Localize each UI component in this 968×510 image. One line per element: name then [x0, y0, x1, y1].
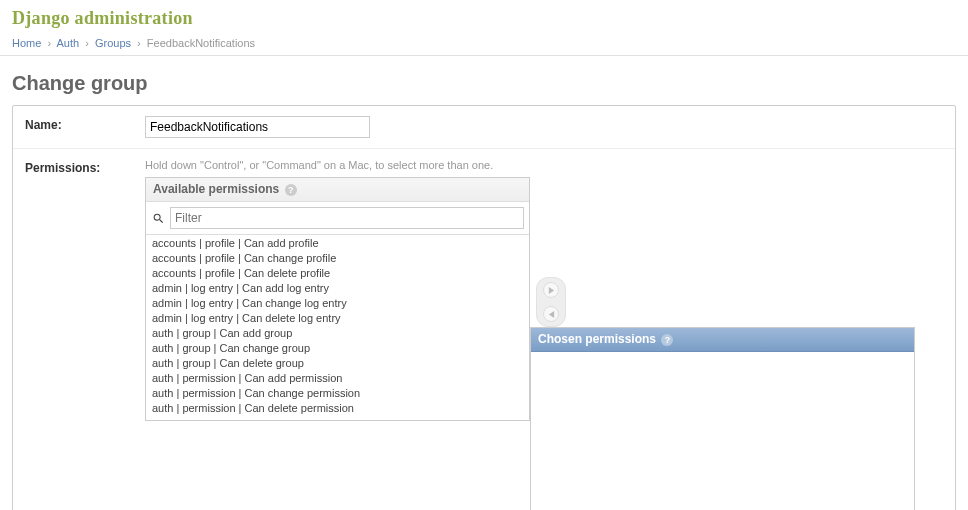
available-permissions-heading: Available permissions ?	[146, 178, 529, 202]
list-item[interactable]: auth | permission | Can delete permissio…	[146, 400, 529, 415]
search-icon	[151, 211, 165, 225]
list-item[interactable]: auth | group | Can delete group	[146, 355, 529, 370]
name-input[interactable]	[145, 116, 370, 138]
add-permission-button[interactable]	[543, 282, 559, 298]
change-form-module: Name: Permissions: Hold down "Control", …	[12, 105, 956, 510]
list-item[interactable]: accounts | profile | Can delete profile	[146, 265, 529, 280]
list-item[interactable]: auth | permission | Can change permissio…	[146, 385, 529, 400]
list-item[interactable]: auth | permission | Can add permission	[146, 370, 529, 385]
breadcrumb-groups[interactable]: Groups	[95, 37, 131, 49]
list-item[interactable]: auth | group | Can change group	[146, 340, 529, 355]
chosen-permissions-heading: Chosen permissions ?	[531, 328, 914, 352]
help-icon[interactable]: ?	[661, 334, 673, 346]
breadcrumb-current: FeedbackNotifications	[147, 37, 255, 49]
list-item[interactable]: admin | log entry | Can change log entry	[146, 295, 529, 310]
form-row-name: Name:	[13, 106, 955, 149]
site-title: Django administration	[12, 8, 956, 29]
help-icon[interactable]: ?	[285, 184, 297, 196]
permissions-label: Permissions:	[25, 159, 135, 175]
available-filter-input[interactable]	[170, 207, 524, 229]
list-item[interactable]: admin | log entry | Can add log entry	[146, 280, 529, 295]
list-item[interactable]: accounts | profile | Can add profile	[146, 235, 529, 250]
permissions-help-text: Hold down "Control", or "Command" on a M…	[145, 159, 943, 171]
permissions-selector: Available permissions ? accounts | profi…	[145, 177, 943, 510]
form-row-permissions: Permissions: Hold down "Control", or "Co…	[13, 149, 955, 510]
selector-chooser	[536, 277, 566, 327]
breadcrumb: Home › Auth › Groups › FeedbackNotificat…	[0, 33, 968, 56]
chosen-permissions-body	[531, 352, 914, 510]
available-permissions-select[interactable]: accounts | profile | Can add profileacco…	[146, 235, 529, 420]
list-item[interactable]: auth | group | Can add group	[146, 325, 529, 340]
breadcrumb-auth[interactable]: Auth	[57, 37, 80, 49]
list-item[interactable]: accounts | profile | Can change profile	[146, 250, 529, 265]
breadcrumb-home[interactable]: Home	[12, 37, 41, 49]
remove-permission-button[interactable]	[543, 306, 559, 322]
page-title: Change group	[12, 72, 956, 95]
available-permissions-box: Available permissions ? accounts | profi…	[145, 177, 530, 421]
list-item[interactable]: admin | log entry | Can delete log entry	[146, 310, 529, 325]
site-header: Django administration	[0, 0, 968, 33]
name-label: Name:	[25, 116, 135, 132]
available-filter-bar	[146, 202, 529, 235]
chosen-permissions-box: Chosen permissions ?	[530, 327, 915, 510]
